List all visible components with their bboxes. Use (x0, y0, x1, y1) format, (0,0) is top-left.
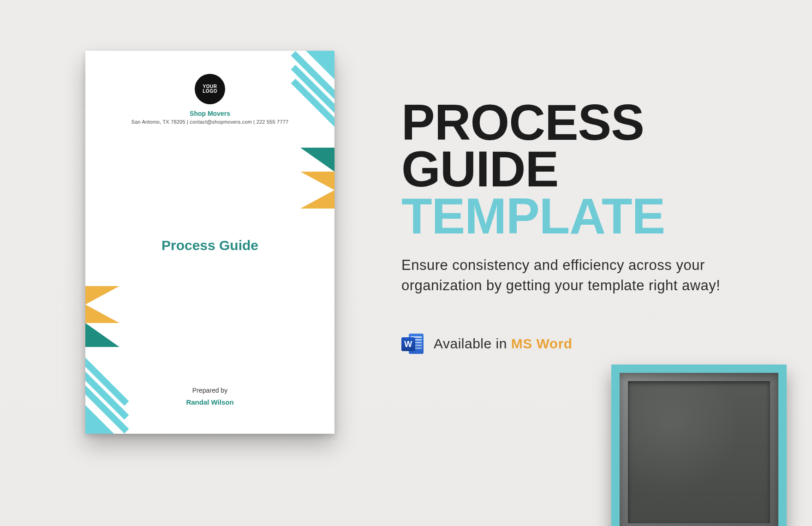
logo-placeholder: YOURLOGO (195, 74, 225, 104)
promo-headline: Process Guide Template (401, 99, 757, 239)
accent-triangle (85, 286, 119, 305)
ms-word-glyph: W (401, 337, 415, 351)
headline-accent: Template (401, 193, 757, 239)
prepared-by-name: Randal Wilson (85, 398, 334, 406)
available-in-row: W Available in MS Word (401, 333, 757, 355)
prepared-by-label: Prepared by (85, 387, 334, 394)
available-prefix: Available in (434, 336, 511, 351)
company-name: Shop Movers (85, 110, 334, 117)
available-format: MS Word (511, 336, 573, 351)
ms-word-icon: W (401, 333, 424, 355)
promo-subtext: Ensure consistency and efficiency across… (401, 255, 743, 296)
accent-triangle (85, 305, 119, 323)
accent-triangle (300, 172, 334, 190)
accent-triangle (300, 190, 334, 209)
promo-copy: Process Guide Template Ensure consistenc… (401, 99, 757, 355)
company-contact-line: San Antonio, TX 78205 | contact@shopmove… (85, 119, 334, 125)
document-title: Process Guide (85, 238, 334, 253)
decorative-plant (611, 365, 787, 526)
document-preview: YOURLOGO Shop Movers San Antonio, TX 782… (85, 51, 334, 434)
accent-triangle (300, 148, 334, 172)
accent-triangle (85, 323, 119, 347)
available-in-text: Available in MS Word (434, 336, 573, 352)
